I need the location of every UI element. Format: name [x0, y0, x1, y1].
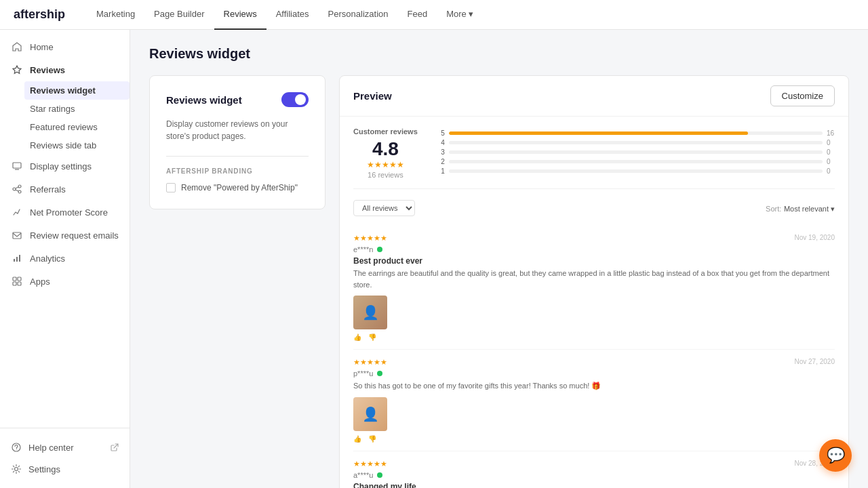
widget-card-title: Reviews widget: [166, 94, 242, 106]
sidebar-sub-reviews-side-tab[interactable]: Reviews side tab: [30, 136, 130, 155]
reviews-widget-toggle[interactable]: [281, 92, 309, 107]
sidebar-reviews-sub: Reviews widget Star ratings Featured rev…: [0, 81, 130, 155]
svg-point-12: [12, 443, 20, 451]
apps-icon: [11, 275, 23, 287]
branding-label: AFTERSHIP BRANDING: [166, 167, 309, 175]
review-2-image: 👤: [353, 397, 387, 431]
svg-rect-5: [14, 259, 15, 262]
review-1-header: ★★★★★ e****n Nov 19, 2020: [353, 234, 835, 256]
bar-fill-5: [449, 131, 748, 135]
sidebar-item-reviews[interactable]: Reviews: [0, 58, 130, 81]
svg-point-13: [16, 449, 17, 450]
page-title: Reviews widget: [149, 46, 849, 62]
nav-marketing[interactable]: Marketing: [87, 0, 144, 30]
bar-5: 5 16: [434, 129, 835, 137]
bar-3: 3 0: [434, 148, 835, 156]
nps-icon: [11, 206, 23, 218]
chevron-down-icon: ▾: [469, 9, 473, 19]
review-2-text: So this has got to be one of my favorite…: [353, 380, 835, 392]
customer-reviews-label: Customer reviews: [353, 127, 418, 136]
review-1-meta: e****n: [353, 245, 387, 253]
thumbs-up-2[interactable]: 👍: [353, 435, 361, 443]
review-2-actions: 👍 👎: [353, 435, 835, 443]
thumbs-down-2[interactable]: 👎: [368, 435, 376, 443]
svg-rect-8: [13, 277, 16, 281]
sidebar-item-display-settings[interactable]: Display settings: [0, 155, 130, 178]
bar-track-5: [449, 131, 823, 135]
review-2-stars: ★★★★★: [353, 358, 387, 367]
svg-rect-4: [13, 232, 21, 239]
svg-rect-9: [18, 277, 21, 281]
verified-badge: [377, 247, 382, 252]
review-1-actions: 👍 👎: [353, 333, 835, 341]
widget-description: Display customer reviews on your store's…: [166, 118, 309, 142]
sidebar-item-review-request[interactable]: Review request emails: [0, 224, 130, 247]
chat-fab-button[interactable]: 💬: [819, 439, 852, 472]
rating-number: 4.8: [353, 138, 418, 160]
referral-icon: [11, 183, 23, 195]
main-layout: Home Reviews Reviews widget Star ratings…: [0, 30, 868, 488]
sort-select[interactable]: Most relevant ▾: [784, 205, 835, 213]
sort-row: Sort: Most relevant ▾: [766, 203, 835, 214]
sidebar-item-analytics[interactable]: Analytics: [0, 247, 130, 270]
customize-button[interactable]: Customize: [770, 85, 835, 106]
sidebar: Home Reviews Reviews widget Star ratings…: [0, 30, 130, 488]
nav-reviews[interactable]: Reviews: [214, 0, 267, 30]
main-content: Reviews widget Reviews widget Display cu…: [130, 30, 868, 488]
rating-stars-big: ★★★★★: [353, 160, 418, 169]
nav-affiliates[interactable]: Affiliates: [267, 0, 319, 30]
sidebar-settings[interactable]: Settings: [0, 458, 130, 480]
sidebar-sub-featured-reviews[interactable]: Featured reviews: [30, 118, 130, 136]
filter-select[interactable]: All reviews: [353, 200, 415, 216]
rating-count: 16 reviews: [353, 171, 418, 179]
sidebar-item-referrals[interactable]: Referrals: [0, 178, 130, 201]
bar-track-1: [449, 169, 823, 173]
svg-point-2: [18, 185, 21, 188]
nav-items: Marketing Page Builder Reviews Affiliate…: [87, 0, 483, 30]
review-2-header: ★★★★★ p****u Nov 27, 2020: [353, 358, 835, 380]
review-3-stars: ★★★★★: [353, 460, 387, 468]
review-3-header: ★★★★★ a****u Nov 28, 2020: [353, 460, 835, 482]
verified-badge-3: [377, 472, 382, 478]
nav-personalization[interactable]: Personalization: [319, 0, 398, 30]
branding-section: AFTERSHIP BRANDING Remove "Powered by Af…: [166, 156, 309, 192]
chat-icon: 💬: [827, 447, 845, 464]
bar-4: 4 0: [434, 139, 835, 146]
svg-rect-10: [13, 282, 16, 285]
logo[interactable]: aftership: [14, 7, 65, 22]
svg-rect-11: [18, 282, 21, 285]
remove-branding-checkbox[interactable]: [166, 183, 176, 192]
sidebar-bottom: Help center Settings: [0, 428, 130, 488]
sidebar-item-nps[interactable]: Net Promoter Score: [0, 201, 130, 224]
reviews-filter-row: All reviews Sort: Most relevant ▾: [353, 200, 835, 216]
sidebar-help-center[interactable]: Help center: [0, 436, 130, 458]
thumbs-up-1[interactable]: 👍: [353, 333, 361, 341]
nav-feed[interactable]: Feed: [397, 0, 437, 30]
gear-icon: [11, 464, 22, 474]
reviews-summary: Customer reviews 4.8 ★★★★★ 16 reviews 5: [353, 127, 835, 189]
sidebar-item-apps[interactable]: Apps: [0, 270, 130, 293]
sidebar-sub-star-ratings[interactable]: Star ratings: [30, 100, 130, 118]
thumbs-down-1[interactable]: 👎: [368, 333, 376, 341]
review-3-title: Changed my life: [353, 482, 835, 489]
svg-point-1: [13, 188, 16, 190]
nav-page-builder[interactable]: Page Builder: [144, 0, 214, 30]
review-1-text: The earrings are beautiful and the quali…: [353, 268, 835, 290]
widget-settings-card: Reviews widget Display customer reviews …: [149, 75, 326, 209]
nav-more[interactable]: More ▾: [437, 0, 483, 30]
cards-row: Reviews widget Display customer reviews …: [149, 75, 849, 488]
top-navigation: aftership Marketing Page Builder Reviews…: [0, 0, 868, 30]
svg-rect-6: [16, 257, 18, 262]
external-link-icon: [111, 443, 119, 451]
sidebar-item-home[interactable]: Home: [0, 35, 130, 58]
svg-point-14: [15, 468, 18, 471]
widget-card-header: Reviews widget: [166, 92, 309, 107]
review-1-title: Best product ever: [353, 256, 835, 266]
remove-branding-label: Remove "Powered by AfterShip": [181, 183, 298, 192]
svg-point-3: [18, 190, 21, 193]
preview-body: Customer reviews 4.8 ★★★★★ 16 reviews 5: [340, 117, 848, 488]
bar-2: 2 0: [434, 158, 835, 165]
bar-track-4: [449, 141, 823, 144]
help-icon: [11, 442, 22, 453]
sidebar-sub-reviews-widget[interactable]: Reviews widget: [24, 81, 130, 100]
